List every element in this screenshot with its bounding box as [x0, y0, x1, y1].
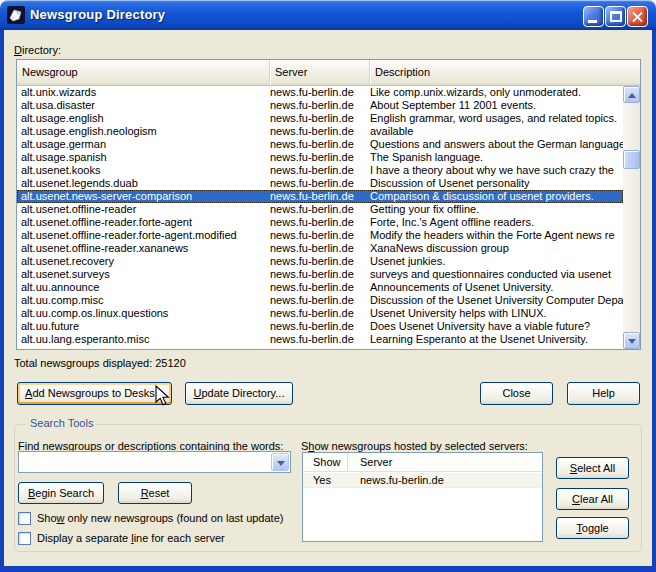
server-row[interactable]: Yesnews.fu-berlin.de — [303, 473, 542, 488]
newsgroup-row[interactable]: alt.unix.wizardsnews.fu-berlin.deLike co… — [17, 86, 623, 99]
cell-description: Discussion of the Usenet University Comp… — [370, 294, 623, 307]
newsgroup-list: Newsgroup Server Description alt.unix.wi… — [16, 59, 641, 350]
separate-line-label[interactable]: Display a separate line for each server — [37, 532, 225, 544]
cell-newsgroup: alt.usenet.news-server-comparison — [17, 190, 270, 203]
cell-description: About September 11 2001 events. — [370, 99, 623, 112]
newsgroup-row[interactable]: alt.usenet.surveysnews.fu-berlin.desurve… — [17, 268, 623, 281]
close-window-button[interactable] — [627, 6, 648, 27]
window-title: Newsgroup Directory — [30, 7, 165, 22]
newsgroup-row[interactable]: alt.usage.germannews.fu-berlin.deQuestio… — [17, 138, 623, 151]
cell-description: Like comp.unix.wizards, only unmoderated… — [370, 86, 623, 99]
newsgroup-row[interactable]: alt.uu.lang.esperanto.miscnews.fu-berlin… — [17, 333, 623, 346]
column-header-description[interactable]: Description — [370, 60, 640, 85]
add-newsgroups-button[interactable]: Add Newsgroups to Desks... — [17, 382, 172, 405]
newsgroup-row[interactable]: alt.usenet.news-server-comparisonnews.fu… — [17, 190, 623, 203]
cell-server: news.fu-berlin.de — [270, 125, 370, 138]
cell-description: Announcements of Usenet University. — [370, 281, 623, 294]
reset-button[interactable]: Reset — [118, 482, 192, 504]
maximize-button[interactable] — [605, 6, 626, 27]
cell-description: Discussion of Usenet personality — [370, 177, 623, 190]
title-bar[interactable]: Newsgroup Directory — [0, 0, 656, 30]
cell-server: news.fu-berlin.de — [270, 229, 370, 242]
cell-description: English grammar, word usages, and relate… — [370, 112, 623, 125]
close-button[interactable]: Close — [480, 382, 553, 405]
cell-description: Usenet University helps with LINUX. — [370, 307, 623, 320]
server-rows: Yesnews.fu-berlin.de — [303, 473, 542, 541]
column-header-server[interactable]: Server — [270, 60, 370, 85]
cell-description: Getting your fix offline. — [370, 203, 623, 216]
cell-server: news.fu-berlin.de — [270, 216, 370, 229]
newsgroup-row[interactable]: alt.usenet.offline-reader.forte-agentnew… — [17, 216, 623, 229]
server-column-server[interactable]: Server — [348, 453, 392, 471]
scroll-down-icon — [628, 339, 636, 344]
show-only-new-label[interactable]: Show only new newsgroups (found on last … — [37, 512, 283, 524]
cell-server: news.fu-berlin.de — [270, 177, 370, 190]
cell-newsgroup: alt.usenet.offline-reader — [17, 203, 270, 216]
newsgroup-row[interactable]: alt.uu.announcenews.fu-berlin.deAnnounce… — [17, 281, 623, 294]
cell-description: XanaNews discussion group — [370, 242, 623, 255]
cell-server: news.fu-berlin.de — [270, 112, 370, 125]
newsgroup-row[interactable]: alt.usenet.kooksnews.fu-berlin.deI have … — [17, 164, 623, 177]
cell-server: news.fu-berlin.de — [270, 203, 370, 216]
newsgroup-row[interactable]: alt.usenet.recoverynews.fu-berlin.deUsen… — [17, 255, 623, 268]
cell-description: Forte, Inc.'s Agent offline readers. — [370, 216, 623, 229]
newsgroup-row[interactable]: alt.usage.english.neologismnews.fu-berli… — [17, 125, 623, 138]
cell-description: Modify the headers within the Forte Agen… — [370, 229, 623, 242]
newsgroup-row[interactable]: alt.usenet.legends.duabnews.fu-berlin.de… — [17, 177, 623, 190]
separate-line-checkbox[interactable] — [18, 532, 31, 545]
cell-newsgroup: alt.usenet.offline-reader.xananews — [17, 242, 270, 255]
update-directory-button[interactable]: Update Directory... — [185, 382, 293, 405]
minimize-icon — [588, 20, 597, 23]
newsgroup-directory-window: Newsgroup Directory Directory: Newsgroup… — [0, 0, 656, 572]
newsgroup-row[interactable]: alt.usage.spanishnews.fu-berlin.deThe Sp… — [17, 151, 623, 164]
scrollbar-thumb[interactable] — [623, 150, 640, 169]
cell-newsgroup: alt.usa.disaster — [17, 99, 270, 112]
cell-newsgroup: alt.usenet.recovery — [17, 255, 270, 268]
help-button[interactable]: Help — [567, 382, 640, 405]
newsgroup-row[interactable]: alt.uu.comp.miscnews.fu-berlin.deDiscuss… — [17, 294, 623, 307]
newsgroup-row[interactable]: alt.usenet.offline-reader.xananewsnews.f… — [17, 242, 623, 255]
cell-description: Does Usenet University have a viable fut… — [370, 320, 623, 333]
server-column-show[interactable]: Show — [303, 453, 348, 471]
newsgroup-row[interactable]: alt.usenet.offline-readernews.fu-berlin.… — [17, 203, 623, 216]
newsgroup-row[interactable]: alt.usa.disasternews.fu-berlin.deAbout S… — [17, 99, 623, 112]
maximize-icon — [610, 11, 622, 22]
cell-server: news.fu-berlin.de — [270, 99, 370, 112]
newsgroup-row[interactable]: alt.uu.comp.os.linux.questionsnews.fu-be… — [17, 307, 623, 320]
combo-dropdown-button[interactable] — [271, 453, 289, 471]
cell-newsgroup: alt.unix.wizards — [17, 86, 270, 99]
scroll-up-icon — [628, 93, 636, 98]
vertical-scrollbar[interactable] — [623, 86, 640, 349]
show-only-new-checkbox[interactable] — [18, 512, 31, 525]
cell-newsgroup: alt.usenet.kooks — [17, 164, 270, 177]
chevron-down-icon — [277, 461, 285, 466]
cell-newsgroup: alt.uu.lang.esperanto.misc — [17, 333, 270, 346]
app-icon — [7, 6, 25, 24]
scroll-down-button[interactable] — [623, 332, 640, 349]
newsgroup-row[interactable]: alt.usage.englishnews.fu-berlin.deEnglis… — [17, 112, 623, 125]
scroll-up-button[interactable] — [623, 86, 640, 103]
servers-label: Show newsgroups hosted by selected serve… — [301, 440, 528, 452]
cell-description: Questions and answers about the German l… — [370, 138, 623, 151]
cell-newsgroup: alt.usage.english.neologism — [17, 125, 270, 138]
cell-server: news.fu-berlin.de — [270, 86, 370, 99]
begin-search-button[interactable]: Begin Search — [18, 482, 104, 504]
newsgroup-row[interactable]: alt.uu.futurenews.fu-berlin.deDoes Usene… — [17, 320, 623, 333]
cell-description: Usenet junkies. — [370, 255, 623, 268]
minimize-button[interactable] — [583, 6, 604, 27]
cell-description: I have a theory about why we have such c… — [370, 164, 623, 177]
find-combobox[interactable] — [18, 451, 291, 473]
clear-all-button[interactable]: Clear All — [556, 488, 629, 510]
cell-server: news.fu-berlin.de — [270, 268, 370, 281]
status-text: Total newsgroups displayed: 25120 — [14, 357, 186, 369]
select-all-button[interactable]: Select All — [556, 457, 629, 479]
cell-server: news.fu-berlin.de — [348, 473, 444, 487]
cell-server: news.fu-berlin.de — [270, 281, 370, 294]
cell-newsgroup: alt.uu.comp.os.linux.questions — [17, 307, 270, 320]
cell-newsgroup: alt.usenet.legends.duab — [17, 177, 270, 190]
newsgroup-row[interactable]: alt.usenet.offline-reader.forte-agent.mo… — [17, 229, 623, 242]
toggle-button[interactable]: Toggle — [556, 517, 629, 539]
directory-label: Directory: — [14, 44, 61, 56]
column-header-newsgroup[interactable]: Newsgroup — [17, 60, 270, 85]
cell-newsgroup: alt.uu.announce — [17, 281, 270, 294]
